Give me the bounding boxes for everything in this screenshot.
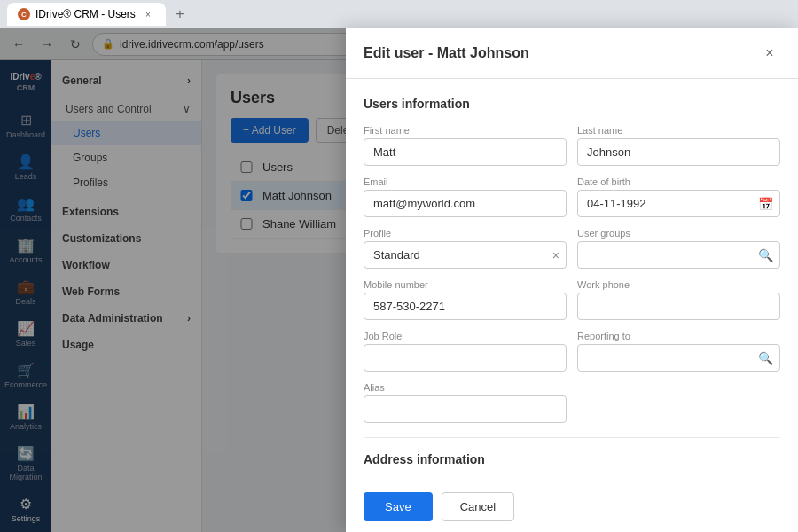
modal-header: Edit user - Matt Johnson ×	[346, 60, 798, 79]
new-tab-button[interactable]: +	[169, 4, 191, 25]
field-user-groups: User groups 🔍	[577, 228, 780, 269]
form-grid-profile: Profile × User groups 🔍	[364, 228, 780, 269]
input-first-name[interactable]	[364, 138, 567, 166]
search-icon-reporting: 🔍	[758, 351, 773, 365]
input-job-role[interactable]	[364, 344, 567, 372]
modal-body: Users information First name Last name	[346, 79, 798, 532]
modal-close-button[interactable]: ×	[759, 60, 780, 64]
reporting-wrapper: 🔍	[577, 344, 780, 372]
input-alias[interactable]	[364, 395, 567, 423]
label-first-name: First name	[364, 125, 567, 136]
field-last-name: Last name	[577, 125, 780, 166]
profile-clear-icon[interactable]: ×	[552, 248, 559, 262]
label-email: Email	[364, 176, 567, 187]
profile-wrapper: ×	[364, 241, 567, 269]
form-grid-alias: Alias	[364, 382, 780, 423]
field-first-name: First name	[364, 125, 567, 166]
field-reporting-to: Reporting to 🔍	[577, 331, 780, 372]
label-job-role: Job Role	[364, 331, 567, 341]
field-work-phone: Work phone	[577, 279, 780, 320]
input-user-groups[interactable]	[577, 241, 780, 269]
input-dob[interactable]	[577, 190, 780, 217]
label-last-name: Last name	[577, 125, 780, 136]
label-alias: Alias	[364, 382, 567, 393]
modal-title: Edit user - Matt Johnson	[364, 60, 529, 61]
tab-title: IDrive® CRM - Users	[35, 8, 136, 20]
form-grid-email: Email Date of birth 📅	[364, 176, 780, 217]
input-profile[interactable]	[364, 241, 567, 269]
label-work-phone: Work phone	[577, 279, 780, 290]
input-email[interactable]	[364, 190, 567, 217]
section-divider	[364, 437, 780, 438]
modal-overlay: Edit user - Matt Johnson × Users informa…	[0, 60, 798, 532]
form-grid-role: Job Role Reporting to 🔍	[364, 331, 780, 372]
user-groups-wrapper: 🔍	[577, 241, 780, 269]
form-grid-name: First name Last name	[364, 125, 780, 166]
field-job-role: Job Role	[364, 331, 567, 372]
label-dob: Date of birth	[577, 176, 780, 187]
section-title-address: Address information	[364, 452, 780, 466]
input-reporting-to[interactable]	[577, 344, 780, 372]
save-button[interactable]: Save	[364, 492, 433, 521]
modal-footer: Save Cancel	[346, 481, 798, 532]
input-last-name[interactable]	[577, 138, 780, 166]
field-alias: Alias	[364, 382, 567, 423]
browser-tab[interactable]: C IDrive® CRM - Users ×	[7, 3, 166, 26]
label-reporting-to: Reporting to	[577, 331, 780, 341]
form-grid-phones: Mobile number Work phone	[364, 279, 780, 320]
calendar-icon[interactable]: 📅	[758, 197, 773, 211]
input-mobile-number[interactable]	[364, 293, 567, 320]
search-icon-user-groups: 🔍	[758, 248, 773, 262]
field-email: Email	[364, 176, 567, 217]
tab-close-btn[interactable]: ×	[141, 7, 155, 21]
input-work-phone[interactable]	[577, 293, 780, 320]
field-dob: Date of birth 📅	[577, 176, 780, 217]
cancel-button[interactable]: Cancel	[442, 492, 514, 521]
label-mobile-number: Mobile number	[364, 279, 567, 290]
edit-user-modal: Edit user - Matt Johnson × Users informa…	[346, 60, 798, 532]
tab-favicon: C	[18, 8, 30, 20]
field-mobile-number: Mobile number	[364, 279, 567, 320]
label-user-groups: User groups	[577, 228, 780, 239]
dob-wrapper: 📅	[577, 190, 780, 217]
label-profile: Profile	[364, 228, 567, 239]
field-profile: Profile ×	[364, 228, 567, 269]
section-title-users-info: Users information	[364, 97, 780, 111]
